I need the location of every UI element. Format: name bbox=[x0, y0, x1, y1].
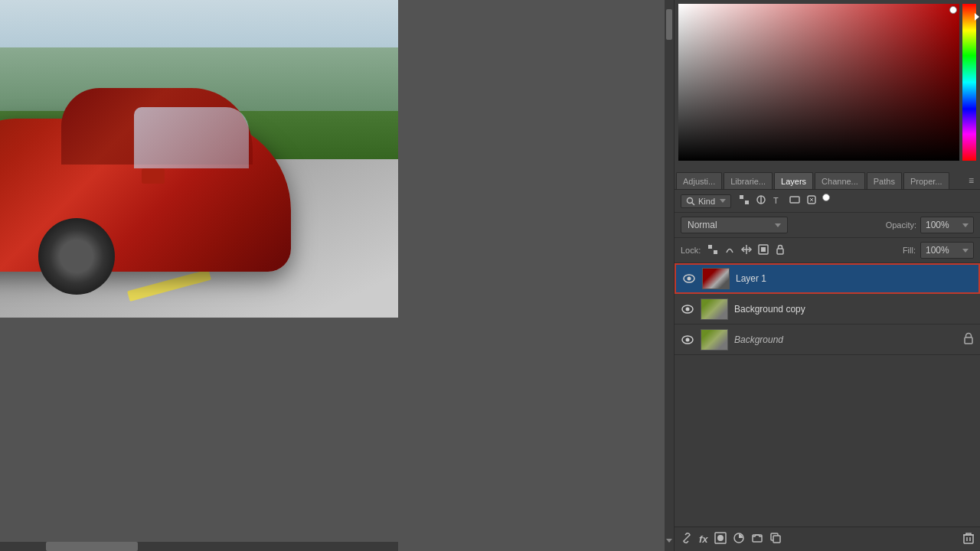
svg-line-23 bbox=[685, 536, 688, 540]
opacity-chevron bbox=[962, 223, 969, 227]
canvas-image bbox=[0, 0, 398, 318]
fill-label: Fill: bbox=[903, 246, 916, 255]
svg-text:T: T bbox=[773, 196, 779, 205]
layer1-visibility[interactable] bbox=[682, 272, 696, 285]
lock-label: Lock: bbox=[681, 246, 701, 255]
canvas-scroll-h-thumb[interactable] bbox=[46, 542, 138, 551]
color-filter-circle[interactable] bbox=[822, 194, 830, 201]
search-icon bbox=[686, 197, 695, 206]
panel-tabs: Adjusti... Librarie... Layers Channe... … bbox=[675, 168, 980, 190]
scroll-down-arrow[interactable] bbox=[666, 534, 672, 545]
background-thumb-content bbox=[701, 330, 727, 350]
layer1-name: Layer 1 bbox=[736, 273, 972, 284]
svg-rect-29 bbox=[773, 536, 780, 543]
svg-point-17 bbox=[688, 277, 691, 281]
kind-chevron bbox=[720, 199, 726, 203]
blend-mode-dropdown[interactable]: Normal bbox=[681, 217, 788, 233]
adjustment-filter-icon[interactable] bbox=[755, 194, 767, 208]
new-group-icon[interactable] bbox=[751, 532, 763, 546]
layers-panel: Kind T bbox=[675, 190, 980, 551]
svg-rect-15 bbox=[777, 249, 783, 254]
layers-list: Layer 1 Background copy bbox=[675, 263, 980, 527]
pixel-icon[interactable] bbox=[738, 194, 750, 208]
svg-rect-30 bbox=[964, 535, 973, 543]
kind-icons: T bbox=[738, 194, 830, 208]
svg-rect-12 bbox=[714, 250, 717, 254]
add-mask-icon[interactable] bbox=[714, 532, 727, 546]
lock-move-icon[interactable] bbox=[740, 243, 753, 258]
fill-chevron bbox=[962, 249, 969, 253]
fill-number: 100% bbox=[926, 245, 949, 256]
panel-tab-more[interactable]: ≡ bbox=[964, 172, 978, 189]
layer1-thumbnail bbox=[702, 268, 730, 289]
opacity-number: 100% bbox=[926, 220, 949, 230]
fx-icon[interactable]: fx bbox=[699, 533, 708, 545]
main-scrollbar-v[interactable] bbox=[665, 0, 674, 551]
tab-layers[interactable]: Layers bbox=[774, 172, 813, 189]
tab-properties[interactable]: Proper... bbox=[903, 172, 949, 189]
car-windshield bbox=[134, 107, 249, 168]
opacity-value[interactable]: 100% bbox=[920, 217, 974, 233]
color-spectrum[interactable] bbox=[962, 4, 976, 161]
blend-mode-value: Normal bbox=[688, 220, 717, 230]
background-lock-icon bbox=[963, 332, 974, 347]
delete-layer-icon[interactable] bbox=[963, 532, 974, 546]
color-picker-cursor[interactable] bbox=[949, 6, 957, 14]
bgcopy-visibility[interactable] bbox=[681, 302, 694, 316]
svg-rect-22 bbox=[965, 337, 972, 344]
type-icon[interactable]: T bbox=[772, 194, 784, 208]
layers-bottom-toolbar: fx bbox=[675, 527, 980, 551]
bgcopy-thumb-content bbox=[701, 299, 727, 319]
layers-kind-row: Kind T bbox=[675, 190, 980, 213]
layer1-thumb-content bbox=[703, 269, 729, 289]
svg-point-0 bbox=[688, 197, 693, 203]
tab-adjustments[interactable]: Adjusti... bbox=[676, 172, 722, 189]
svg-rect-7 bbox=[790, 197, 799, 203]
layer-item-bgcopy[interactable]: Background copy bbox=[675, 294, 980, 324]
canvas-area bbox=[0, 0, 665, 551]
lock-fill-row: Lock: Fill: 100% bbox=[675, 238, 980, 263]
main-scrollbar-thumb[interactable] bbox=[666, 9, 672, 40]
svg-point-19 bbox=[686, 307, 690, 311]
new-adjustment-icon[interactable] bbox=[733, 532, 745, 546]
fill-value[interactable]: 100% bbox=[920, 242, 974, 259]
svg-line-1 bbox=[692, 202, 695, 205]
opacity-label: Opacity: bbox=[886, 220, 916, 230]
spectrum-arrow bbox=[975, 13, 979, 21]
svg-rect-11 bbox=[708, 245, 712, 249]
kind-dropdown[interactable]: Kind bbox=[681, 194, 731, 208]
car-mirror bbox=[142, 168, 165, 184]
svg-rect-3 bbox=[745, 201, 749, 204]
svg-rect-2 bbox=[740, 195, 743, 199]
smart-object-icon[interactable] bbox=[805, 194, 818, 208]
blend-opacity-row: Normal Opacity: 100% bbox=[675, 213, 980, 238]
background-visibility[interactable] bbox=[681, 333, 694, 347]
lock-pixels-icon[interactable] bbox=[707, 243, 719, 258]
layer-item-layer1[interactable]: Layer 1 bbox=[675, 263, 980, 294]
lock-all-icon[interactable] bbox=[774, 243, 786, 258]
color-gradient[interactable] bbox=[678, 4, 959, 161]
layer-item-background[interactable]: Background bbox=[675, 324, 980, 355]
svg-point-25 bbox=[717, 535, 724, 541]
shape-icon[interactable] bbox=[789, 194, 801, 208]
tab-libraries[interactable]: Librarie... bbox=[724, 172, 773, 189]
right-panel: Adjusti... Librarie... Layers Channe... … bbox=[674, 0, 980, 551]
svg-rect-14 bbox=[761, 247, 766, 252]
bgcopy-thumbnail bbox=[701, 298, 728, 320]
bgcopy-name: Background copy bbox=[734, 304, 974, 315]
new-layer-icon[interactable] bbox=[769, 532, 782, 546]
background-name: Background bbox=[734, 334, 957, 345]
canvas-scroll-h[interactable] bbox=[0, 542, 398, 551]
blend-chevron bbox=[775, 223, 781, 227]
kind-label: Kind bbox=[698, 197, 715, 206]
link-layers-icon[interactable] bbox=[681, 532, 693, 546]
color-picker bbox=[675, 0, 980, 168]
background-thumbnail bbox=[701, 329, 728, 350]
car-wheel-front bbox=[38, 218, 115, 295]
gradient-darkness bbox=[678, 4, 959, 161]
lock-artboard-icon[interactable] bbox=[757, 243, 769, 258]
lock-paint-icon[interactable] bbox=[724, 243, 736, 258]
tab-paths[interactable]: Paths bbox=[867, 172, 902, 189]
svg-point-21 bbox=[686, 337, 690, 341]
tab-channels[interactable]: Channe... bbox=[815, 172, 865, 189]
